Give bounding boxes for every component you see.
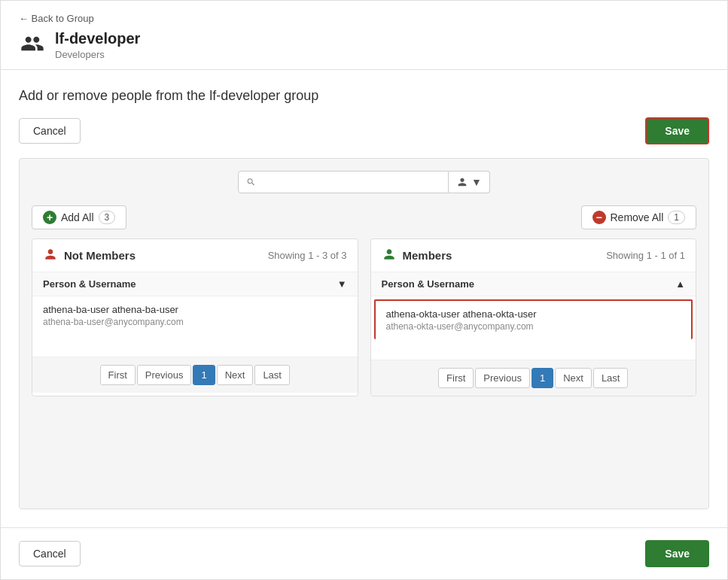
not-members-panel: Not Members Showing 1 - 3 of 3 Person & … (32, 238, 358, 396)
not-members-icon (43, 247, 58, 264)
search-input[interactable] (260, 176, 440, 188)
page-title: Add or remove people from the lf-develop… (19, 88, 709, 104)
not-members-first-button[interactable]: First (100, 365, 136, 385)
members-previous-button[interactable]: Previous (475, 368, 530, 388)
members-sort-icon: ▲ (675, 278, 685, 290)
not-members-page-1-button[interactable]: 1 (193, 365, 215, 385)
cancel-button-bottom[interactable]: Cancel (19, 541, 81, 566)
back-to-group-link[interactable]: ← Back to Group (19, 13, 709, 24)
members-next-button[interactable]: Next (555, 368, 592, 388)
two-panels: Not Members Showing 1 - 3 of 3 Person & … (32, 238, 696, 396)
members-column-header[interactable]: Person & Username ▲ (371, 272, 696, 296)
not-members-next-button[interactable]: Next (217, 365, 254, 385)
group-avatar (19, 30, 46, 57)
save-button-bottom[interactable]: Save (645, 540, 709, 567)
not-members-title: Not Members (64, 249, 136, 262)
members-pagination: First Previous 1 Next Last (371, 360, 696, 396)
search-icon (246, 177, 256, 187)
not-members-column-header[interactable]: Person & Username ▼ (32, 272, 358, 296)
search-wrapper (238, 171, 449, 193)
add-all-count: 3 (99, 211, 116, 224)
search-filter-button[interactable]: ▼ (449, 171, 490, 193)
remove-all-button[interactable]: − Remove All 1 (581, 205, 697, 229)
members-person-name-0: athena-okta-user athena-okta-user (386, 308, 681, 320)
add-icon: + (43, 211, 56, 224)
person-filter-icon (456, 176, 468, 188)
filter-dropdown-arrow: ▼ (471, 176, 482, 188)
group-name: lf-developer (55, 30, 140, 47)
members-row-0[interactable]: athena-okta-user athena-okta-user athena… (374, 299, 693, 339)
group-subtitle: Developers (55, 49, 140, 60)
members-icon (382, 247, 397, 264)
bottom-bar: Cancel Save (1, 527, 727, 579)
not-members-body: athena-ba-user athena-ba-user athena-ba-… (32, 296, 358, 357)
members-panel: Members Showing 1 - 1 of 1 Person & User… (370, 238, 697, 396)
members-last-button[interactable]: Last (593, 368, 629, 388)
members-column-label: Person & Username (382, 278, 475, 290)
not-members-column-label: Person & Username (43, 278, 136, 290)
remove-all-count: 1 (668, 211, 685, 224)
not-members-person-name-0: athena-ba-user athena-ba-user (43, 304, 347, 315)
members-body: athena-okta-user athena-okta-user athena… (371, 299, 696, 360)
search-bar: ▼ (32, 171, 696, 193)
not-members-person-email-0: athena-ba-user@anycompany.com (43, 317, 347, 327)
cancel-button-top[interactable]: Cancel (19, 118, 81, 144)
members-count: Showing 1 - 1 of 1 (606, 250, 685, 261)
members-person-email-0: athena-okta-user@anycompany.com (386, 321, 681, 332)
not-members-count: Showing 1 - 3 of 3 (268, 250, 347, 261)
group-avatar-icon (20, 32, 44, 56)
not-members-pagination: First Previous 1 Next Last (32, 357, 358, 393)
not-members-sort-icon: ▼ (337, 278, 347, 290)
remove-icon: − (592, 211, 606, 224)
members-title: Members (403, 249, 452, 262)
add-all-button[interactable]: + Add All 3 (32, 205, 126, 229)
remove-all-label: Remove All (611, 211, 664, 223)
back-link-text: ← Back to Group (19, 13, 94, 24)
panels-section: ▼ + Add All 3 − Remove All 1 (19, 158, 709, 509)
members-page-1-button[interactable]: 1 (532, 368, 553, 388)
not-members-last-button[interactable]: Last (254, 365, 290, 385)
not-members-previous-button[interactable]: Previous (137, 365, 192, 385)
save-button-top[interactable]: Save (645, 117, 709, 144)
members-first-button[interactable]: First (438, 368, 474, 388)
add-all-label: Add All (61, 211, 94, 223)
bulk-actions: + Add All 3 − Remove All 1 (32, 205, 696, 229)
not-members-row-0[interactable]: athena-ba-user athena-ba-user athena-ba-… (32, 296, 358, 335)
